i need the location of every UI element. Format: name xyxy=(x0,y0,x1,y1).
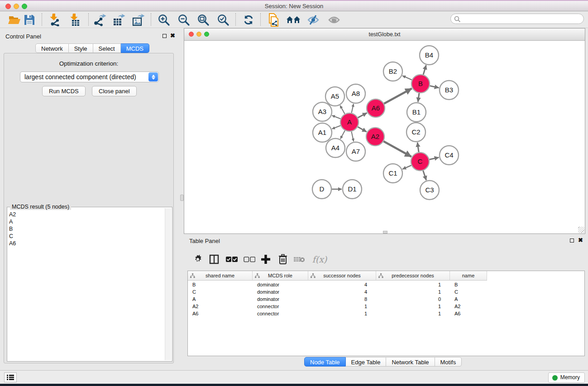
table-options-button[interactable] xyxy=(190,252,206,267)
show-details-button[interactable] xyxy=(327,13,341,27)
close-panel-button[interactable]: Close panel xyxy=(92,86,137,96)
mcds-result-item[interactable]: A6 xyxy=(9,240,16,247)
float-panel-icon[interactable] xyxy=(163,34,167,38)
search-input[interactable] xyxy=(463,14,582,24)
graph-node-A7[interactable]: A7 xyxy=(346,142,365,161)
mcds-tab-content: Optimization criterion: largest connecte… xyxy=(4,53,174,363)
splitter-handle[interactable] xyxy=(180,195,184,201)
zoom-fit-button[interactable] xyxy=(196,13,210,27)
zoom-in-button[interactable] xyxy=(157,13,171,27)
table-row[interactable]: Bdominator41B xyxy=(188,281,584,288)
import-network-button[interactable] xyxy=(48,13,62,27)
table-row[interactable]: A2connector11A2 xyxy=(188,303,584,310)
close-panel-icon[interactable]: ✖ xyxy=(170,33,175,38)
tab-select[interactable]: Select xyxy=(93,43,121,53)
graph-node-A3[interactable]: A3 xyxy=(313,102,332,121)
mcds-result-item[interactable]: A2 xyxy=(9,211,16,218)
mcds-result-item[interactable]: B xyxy=(9,225,16,233)
tab-network-table[interactable]: Network Table xyxy=(386,357,435,367)
refresh-button[interactable] xyxy=(241,13,256,27)
column-header-predecessor-nodes[interactable]: predecessor nodes xyxy=(376,271,450,281)
hide-details-button[interactable] xyxy=(306,13,320,27)
export-network-button[interactable] xyxy=(92,13,107,27)
tab-style[interactable]: Style xyxy=(69,43,93,53)
open-session-button[interactable] xyxy=(7,13,22,27)
network-graph-canvas[interactable]: B4B2BB3A8A5A6A3B1AA1C2A2A4A7C4CC1C3DD1 xyxy=(184,40,585,234)
float-table-panel-icon[interactable] xyxy=(570,238,574,243)
houses-icon xyxy=(286,14,301,25)
table-row[interactable]: Adominator80A xyxy=(188,295,584,303)
mcds-result-list[interactable]: A2ABCA6 xyxy=(9,211,16,247)
graph-node-A8[interactable]: A8 xyxy=(346,84,365,103)
graph-node-C3[interactable]: C3 xyxy=(420,181,439,200)
export-table-button[interactable] xyxy=(111,13,126,27)
export-table-icon xyxy=(112,14,125,26)
graph-node-B3[interactable]: B3 xyxy=(440,81,459,100)
delete-column-button[interactable] xyxy=(275,252,291,267)
resize-grip-icon[interactable] xyxy=(578,227,584,233)
show-column-button[interactable] xyxy=(206,252,222,267)
desktop-strip xyxy=(0,384,588,386)
checked-boxes-icon xyxy=(226,256,238,262)
zoom-selected-button[interactable] xyxy=(216,13,230,27)
graph-node-C2[interactable]: C2 xyxy=(406,123,425,142)
graph-node-A5[interactable]: A5 xyxy=(325,87,344,106)
graph-node-B2[interactable]: B2 xyxy=(383,62,402,81)
table-cell: A6 xyxy=(188,310,253,317)
function-builder-button[interactable]: f(x) xyxy=(310,252,330,267)
run-mcds-button[interactable]: Run MCDS xyxy=(42,86,86,96)
graph-node-D[interactable]: D xyxy=(312,180,331,199)
mcds-result-item[interactable]: A xyxy=(9,218,16,225)
graph-node-A2[interactable]: A2 xyxy=(366,128,384,146)
graph-node-B4[interactable]: B4 xyxy=(420,46,439,65)
zoom-out-button[interactable] xyxy=(177,13,191,27)
graph-node-C4[interactable]: C4 xyxy=(440,146,459,165)
column-header-name[interactable]: name xyxy=(450,271,487,281)
graph-node-A6[interactable]: A6 xyxy=(367,99,385,117)
tab-node-table[interactable]: Node Table xyxy=(304,357,346,367)
deselect-all-button[interactable] xyxy=(242,252,257,267)
graph-node-C[interactable]: C xyxy=(411,152,429,171)
save-session-button[interactable] xyxy=(22,13,37,27)
column-header-MCDS-role[interactable]: MCDS role xyxy=(253,271,308,281)
close-table-panel-icon[interactable]: ✖ xyxy=(578,238,583,242)
mcds-result-title: MCDS result (5 nodes) xyxy=(10,204,71,210)
optimization-criterion-dropdown[interactable]: largest connected component (directed) xyxy=(20,71,159,82)
select-all-button[interactable] xyxy=(224,252,239,267)
create-column-button[interactable] xyxy=(258,252,273,267)
graph-node-B1[interactable]: B1 xyxy=(407,103,426,122)
column-header-successor-nodes[interactable]: successor nodes xyxy=(308,271,376,281)
graph-node-D1[interactable]: D1 xyxy=(343,180,362,199)
home-layout-button[interactable] xyxy=(286,13,301,27)
graph-node-B[interactable]: B xyxy=(411,75,430,93)
table-cell: connector xyxy=(253,303,308,310)
h-scroll-thumb[interactable] xyxy=(383,231,387,234)
tab-mcds[interactable]: MCDS xyxy=(121,43,149,53)
export-image-button[interactable] xyxy=(131,13,145,27)
memory-button[interactable]: Memory xyxy=(548,372,585,383)
refresh-icon xyxy=(243,14,254,26)
show-panels-button[interactable] xyxy=(4,372,17,382)
result-scrollbar[interactable] xyxy=(165,208,171,360)
tab-edge-table[interactable]: Edge Table xyxy=(346,357,387,367)
graph-node-A4[interactable]: A4 xyxy=(326,138,345,157)
tab-network[interactable]: Network xyxy=(35,43,69,53)
export-image-icon xyxy=(131,14,145,26)
table-row[interactable]: Cdominator41C xyxy=(188,288,584,295)
graph-node-A1[interactable]: A1 xyxy=(313,123,332,142)
delete-table-button[interactable] xyxy=(292,252,307,267)
list-icon xyxy=(7,374,14,381)
graph-node-C1[interactable]: C1 xyxy=(383,164,402,183)
node-table: shared nameMCDS rolesuccessor nodesprede… xyxy=(187,271,585,356)
toolbar-separator xyxy=(151,13,151,26)
mcds-result-item[interactable]: C xyxy=(9,233,16,240)
column-header-shared-name[interactable]: shared name xyxy=(188,271,253,281)
new-network-from-file-button[interactable] xyxy=(267,13,281,27)
eye-slash-icon xyxy=(307,14,320,25)
import-table-button[interactable] xyxy=(68,13,82,27)
toolbar-separator xyxy=(260,13,261,26)
graph-node-A[interactable]: A xyxy=(340,113,359,131)
table-row[interactable]: A6connector11A6 xyxy=(188,310,584,317)
table-cell: 1 xyxy=(376,281,450,288)
tab-motifs[interactable]: Motifs xyxy=(435,357,462,367)
